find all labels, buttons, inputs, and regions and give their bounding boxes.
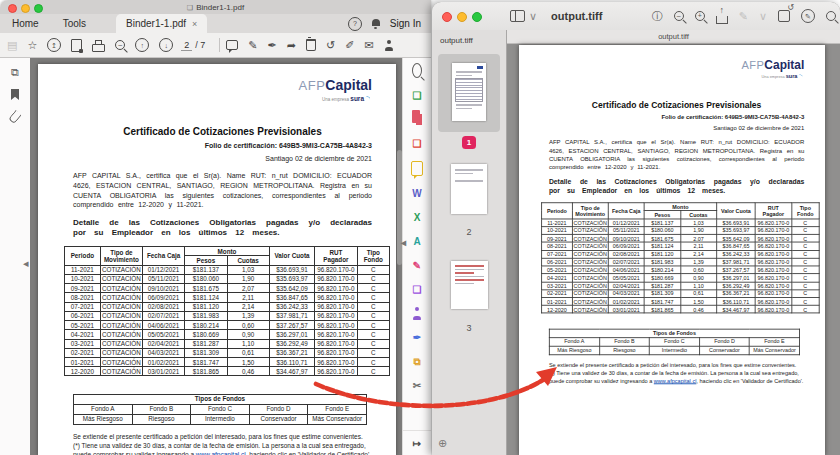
- footer-line-2: (*) Tiene una validez de 30 días, a cont…: [73, 441, 372, 455]
- fondo-b: Fondo B: [132, 405, 191, 415]
- snip-scissors-icon[interactable]: ✂: [413, 379, 421, 392]
- pages-panel-icon[interactable]: ⧉: [11, 67, 19, 78]
- fondo-c: Fondo C: [649, 338, 699, 346]
- page-2-thumbnail[interactable]: [451, 164, 487, 214]
- help-icon[interactable]: ?: [348, 17, 362, 31]
- table-row: 01-2021COTIZACIÓN01/02/2021$181.7471,50$…: [542, 298, 820, 306]
- close-button[interactable]: [8, 4, 17, 13]
- highlight-pencil-icon[interactable]: ✎: [248, 40, 257, 51]
- notifications-bell-icon[interactable]: [372, 19, 380, 26]
- afpcapital-link[interactable]: www.afpcapital.cl: [654, 378, 697, 384]
- current-page-input[interactable]: 2: [181, 40, 192, 51]
- date-line: Santiago 02 de diciembre de 2021: [38, 155, 372, 162]
- page-number-field[interactable]: 2 / 7: [181, 40, 205, 51]
- sign-pen-icon[interactable]: ✒: [268, 40, 277, 51]
- search-icon[interactable]: [826, 11, 836, 21]
- table-cell: $181.120: [644, 250, 680, 258]
- collapse-right-panel-icon[interactable]: ◂: [401, 236, 406, 249]
- draw-pen-icon[interactable]: ✐: [345, 40, 354, 51]
- table-cell: C: [357, 339, 390, 348]
- bookmarks-panel-icon[interactable]: [11, 89, 19, 100]
- table-cell: COTIZACIÓN: [100, 302, 142, 311]
- table-cell: COTIZACIÓN: [100, 358, 142, 367]
- next-page-icon[interactable]: ↓: [159, 38, 173, 52]
- tab-home[interactable]: Home: [0, 14, 51, 33]
- print-icon[interactable]: [92, 44, 105, 52]
- edit-text-icon[interactable]: A: [413, 235, 420, 248]
- table-cell: 04/06/2021: [143, 321, 185, 330]
- comment-tool-icon[interactable]: [411, 161, 423, 176]
- zoom-button[interactable]: [472, 12, 482, 22]
- share-forward-icon[interactable]: ➦: [287, 40, 296, 51]
- table-cell: $180.669: [644, 274, 680, 282]
- fill-form-icon[interactable]: ❏: [413, 283, 422, 296]
- expand-panel-arrow-icon[interactable]: ↦: [413, 437, 421, 450]
- create-page-icon[interactable]: ❏: [413, 89, 422, 102]
- combine-files-icon[interactable]: ⧉: [413, 355, 420, 368]
- zoom-out-icon[interactable]: [674, 11, 684, 21]
- sidebar-chevron-icon[interactable]: ∨: [529, 11, 537, 22]
- fondos-title-row: Tipos de Fondos: [74, 395, 367, 405]
- zoom-out-icon[interactable]: [115, 40, 125, 50]
- attachments-panel-icon[interactable]: [8, 110, 22, 124]
- minimize-button[interactable]: [457, 12, 467, 22]
- afp-capital-logo: AFPCapital: [38, 77, 372, 93]
- rotate-icon[interactable]: ↺: [326, 40, 335, 51]
- markup-chevron-icon[interactable]: ∨: [759, 11, 767, 22]
- table-row: 06-2021COTIZACIÓN02/07/2021$181.9831,39$…: [65, 311, 390, 320]
- search-tool-icon[interactable]: [412, 63, 422, 78]
- star-favorites-icon[interactable]: ☆: [27, 40, 37, 51]
- tab-tools[interactable]: Tools: [51, 14, 98, 33]
- folio-line: Folio de certificación: 649B5-9MI3-CA75B…: [519, 114, 804, 120]
- fondos-table: Tipos de Fondos Fondo A Fondo B Fondo C …: [549, 329, 800, 355]
- comment-icon[interactable]: [226, 40, 238, 50]
- upload-share-icon[interactable]: ↥: [47, 38, 61, 52]
- zoom-button[interactable]: [34, 4, 43, 13]
- table-cell: 2,11: [680, 242, 716, 250]
- sign-in-button[interactable]: Sign In: [390, 18, 421, 29]
- collapse-left-panel-icon[interactable]: ◂: [23, 258, 29, 269]
- afpcapital-link[interactable]: www.afpcapital.cl: [196, 451, 246, 455]
- table-cell: 09-2021: [65, 284, 101, 293]
- table-cell: 06/09/2021: [608, 242, 644, 250]
- minimize-button[interactable]: [21, 4, 30, 13]
- add-user-icon[interactable]: [384, 40, 394, 51]
- export-excel-icon[interactable]: X: [414, 211, 421, 224]
- table-cell: COTIZACIÓN: [100, 274, 142, 283]
- close-button[interactable]: [442, 12, 452, 22]
- table-cell: 01/02/2021: [143, 358, 185, 367]
- zoom-in-icon[interactable]: [695, 11, 705, 21]
- delete-trash-icon[interactable]: [306, 39, 316, 51]
- detail-heading: Detalle de las Cotizaciones Obligatorias…: [549, 179, 804, 196]
- table-cell: 03/01/2021: [143, 367, 185, 376]
- zoom-badge-icon[interactable]: ⊕: [438, 438, 447, 449]
- table-cell: 1,10: [227, 339, 269, 348]
- page-1-thumbnail[interactable]: [452, 63, 486, 121]
- table-row: 04-2021COTIZACIÓN05/05/2021$180.6690,90$…: [542, 274, 820, 282]
- col-rut: RUT Pagador: [755, 203, 791, 219]
- secure-document-icon[interactable]: [71, 39, 82, 52]
- highlighter-tool-icon[interactable]: ✎: [413, 259, 421, 272]
- signature-person-icon[interactable]: [412, 307, 422, 320]
- email-icon[interactable]: ✉: [364, 40, 373, 51]
- page-badge-icon[interactable]: ❏: [413, 137, 422, 150]
- table-cell: 04-2021: [65, 330, 101, 339]
- rotate-left-icon[interactable]: [778, 10, 790, 22]
- preview-titlebar: ∨ output.tiff ⓘ✎∨✎: [432, 2, 840, 31]
- id-cards-icon[interactable]: [412, 110, 420, 123]
- tab-close-icon[interactable]: ×: [192, 19, 197, 29]
- document-tab[interactable]: Binder1-1.pdf ×: [116, 14, 207, 33]
- table-cell: 96.820.170-0: [315, 302, 357, 311]
- export-word-icon[interactable]: W: [412, 187, 421, 200]
- previous-page-icon[interactable]: ↑: [135, 38, 149, 52]
- sidebar-toggle-icon[interactable]: [510, 10, 525, 22]
- share-icon[interactable]: [716, 16, 728, 24]
- sign-fountain-pen-icon[interactable]: ✒: [413, 331, 421, 344]
- preview-main-area: output.tiff AFPCapital Una empresa sura …: [507, 30, 840, 455]
- table-cell: 01/12/2021: [143, 265, 185, 274]
- info-icon[interactable]: ⓘ: [652, 11, 663, 22]
- markup-toolbar-icon[interactable]: ✎: [801, 9, 815, 23]
- markup-pencil-icon[interactable]: ✎: [739, 11, 748, 22]
- page-3-thumbnail[interactable]: [451, 261, 488, 309]
- save-icon[interactable]: ▤: [7, 40, 17, 51]
